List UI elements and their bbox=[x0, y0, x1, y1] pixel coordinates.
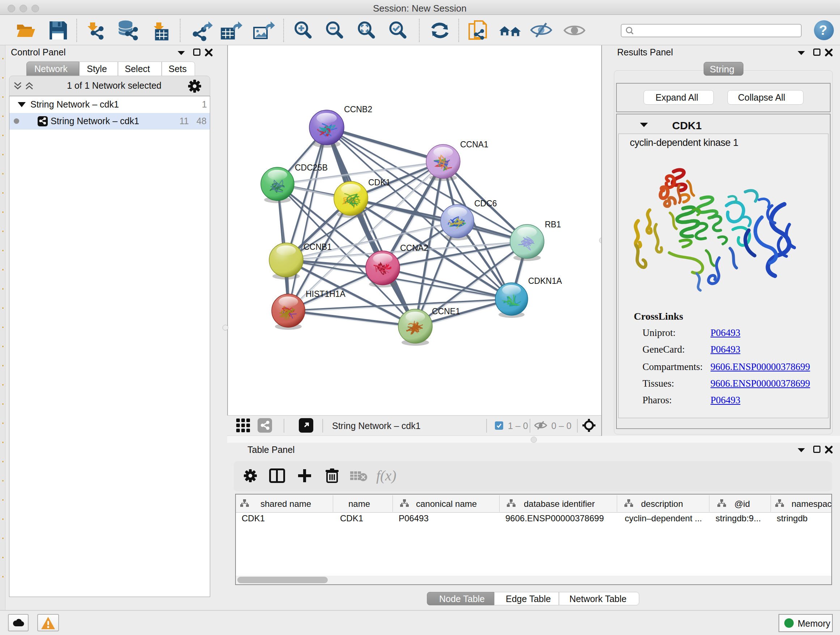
svg-text:CDC25B: CDC25B bbox=[295, 163, 328, 172]
svg-text:CDC6: CDC6 bbox=[474, 199, 497, 208]
svg-text:CCNA2: CCNA2 bbox=[400, 243, 428, 253]
svg-text:HIST1H1A: HIST1H1A bbox=[306, 289, 346, 299]
svg-text:CDKN1A: CDKN1A bbox=[528, 276, 562, 286]
svg-text:CCNE1: CCNE1 bbox=[432, 307, 460, 316]
svg-text:RB1: RB1 bbox=[545, 220, 561, 229]
svg-text:CDK1: CDK1 bbox=[368, 178, 390, 187]
svg-text:CCNB2: CCNB2 bbox=[344, 105, 372, 114]
svg-text:CCNB1: CCNB1 bbox=[303, 242, 332, 252]
svg-text:CCNA1: CCNA1 bbox=[460, 140, 488, 149]
